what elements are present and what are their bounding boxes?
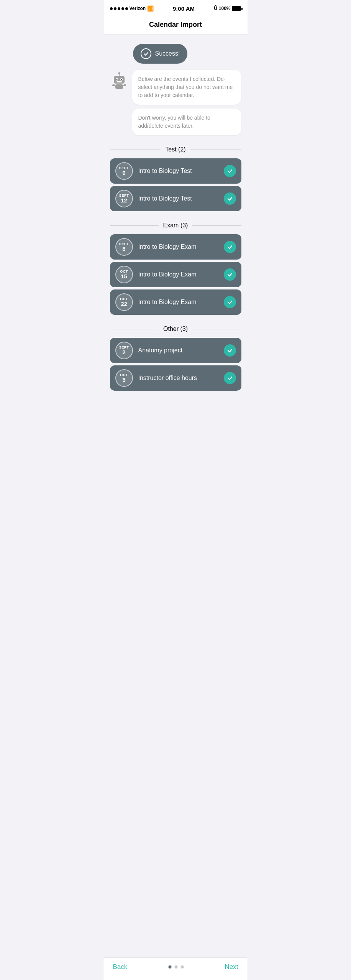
success-label: Success! xyxy=(155,50,180,57)
status-bar: Verizon 📶 9:00 AM Ǘ 100% xyxy=(104,0,248,17)
event-list-tests: SEPT 9 Intro to Biology Test SEPT 12 Int… xyxy=(110,158,241,211)
status-time: 9:00 AM xyxy=(173,5,195,12)
event-item-other-0[interactable]: SEPT 2 Anatomy project xyxy=(110,338,241,363)
event-name: Intro to Biology Test xyxy=(138,195,218,202)
event-name: Intro to Biology Exam xyxy=(138,243,218,250)
check-toggle[interactable] xyxy=(224,165,236,177)
date-day: 22 xyxy=(121,301,127,307)
section-label-other: Other (3) xyxy=(163,326,188,332)
event-name: Intro to Biology Exam xyxy=(138,271,218,278)
check-toggle[interactable] xyxy=(224,241,236,253)
carrier-label: Verizon xyxy=(130,6,146,11)
page-dot-2 xyxy=(174,965,177,968)
event-name: Intro to Biology Test xyxy=(138,168,218,174)
date-badge: OCT 5 xyxy=(115,369,133,387)
date-day: 8 xyxy=(122,246,125,252)
battery-icon xyxy=(232,6,241,11)
page-dot-3 xyxy=(180,965,184,968)
check-toggle[interactable] xyxy=(224,372,236,384)
divider-line xyxy=(192,329,241,329)
sections-container: Test (2) SEPT 9 Intro to Biology Test SE… xyxy=(110,146,241,391)
wifi-icon: 📶 xyxy=(147,5,154,12)
svg-rect-10 xyxy=(123,84,126,86)
divider-line xyxy=(110,150,161,150)
signal-bars xyxy=(110,7,128,10)
section-divider-tests: Test (2) xyxy=(110,146,241,153)
svg-rect-8 xyxy=(115,84,123,89)
event-item-other-1[interactable]: OCT 5 Instructor office hours xyxy=(110,365,241,391)
section-label-exams: Exam (3) xyxy=(163,222,188,229)
divider-line xyxy=(192,225,241,226)
divider-line xyxy=(110,329,159,329)
status-right: Ǘ 100% xyxy=(214,6,241,11)
date-day: 15 xyxy=(121,273,127,280)
divider-line xyxy=(190,150,241,150)
date-day: 12 xyxy=(121,197,127,204)
section-divider-exams: Exam (3) xyxy=(110,222,241,229)
pagination xyxy=(168,965,184,968)
next-button[interactable]: Next xyxy=(225,963,238,971)
date-badge: SEPT 12 xyxy=(115,190,133,207)
check-toggle[interactable] xyxy=(224,296,236,308)
svg-rect-7 xyxy=(116,81,122,82)
chat-bubbles: Below are the events I collected. De-sel… xyxy=(132,70,241,135)
section-label-tests: Test (2) xyxy=(165,146,185,153)
check-toggle[interactable] xyxy=(224,344,236,357)
svg-point-5 xyxy=(116,79,117,80)
date-badge: SEPT 2 xyxy=(115,342,133,359)
success-check-icon xyxy=(141,48,151,59)
svg-point-1 xyxy=(118,72,120,74)
event-item-tests-1[interactable]: SEPT 12 Intro to Biology Test xyxy=(110,186,241,211)
chat-row: Below are the events I collected. De-sel… xyxy=(110,70,241,135)
event-item-exams-0[interactable]: SEPT 8 Intro to Biology Exam xyxy=(110,234,241,260)
back-button[interactable]: Back xyxy=(113,963,128,971)
date-badge: SEPT 8 xyxy=(115,238,133,256)
check-toggle[interactable] xyxy=(224,268,236,281)
divider-line xyxy=(110,225,159,226)
event-name: Intro to Biology Exam xyxy=(138,299,218,306)
robot-avatar xyxy=(110,71,128,90)
nav-header: Calendar Import xyxy=(104,17,248,35)
battery-label: 100% xyxy=(219,6,231,11)
event-item-exams-1[interactable]: OCT 15 Intro to Biology Exam xyxy=(110,262,241,287)
success-badge: Success! xyxy=(133,44,188,64)
event-item-tests-0[interactable]: SEPT 9 Intro to Biology Test xyxy=(110,158,241,184)
main-content: Success! xyxy=(104,35,248,421)
page-title: Calendar Import xyxy=(110,21,241,29)
date-day: 2 xyxy=(122,349,125,356)
section-divider-other: Other (3) xyxy=(110,326,241,332)
date-day: 5 xyxy=(122,377,125,383)
page-dot-1 xyxy=(168,965,171,968)
event-list-exams: SEPT 8 Intro to Biology Exam OCT 15 Intr… xyxy=(110,234,241,315)
date-badge: SEPT 9 xyxy=(115,162,133,180)
chat-bubble-1: Below are the events I collected. De-sel… xyxy=(132,70,241,105)
bottom-nav: Back Next xyxy=(104,957,248,980)
event-list-other: SEPT 2 Anatomy project OCT 5 Instructor … xyxy=(110,338,241,391)
bluetooth-icon: Ǘ xyxy=(214,6,217,11)
status-left: Verizon 📶 xyxy=(110,5,154,12)
event-name: Instructor office hours xyxy=(138,375,218,381)
date-day: 9 xyxy=(122,170,125,176)
date-badge: OCT 22 xyxy=(115,293,133,311)
chat-bubble-2: Don't worry, you will be able to add/del… xyxy=(132,109,241,135)
svg-point-6 xyxy=(121,79,122,80)
event-item-exams-2[interactable]: OCT 22 Intro to Biology Exam xyxy=(110,289,241,315)
check-toggle[interactable] xyxy=(224,192,236,205)
svg-rect-9 xyxy=(112,84,115,86)
event-name: Anatomy project xyxy=(138,347,218,354)
date-badge: OCT 15 xyxy=(115,266,133,283)
